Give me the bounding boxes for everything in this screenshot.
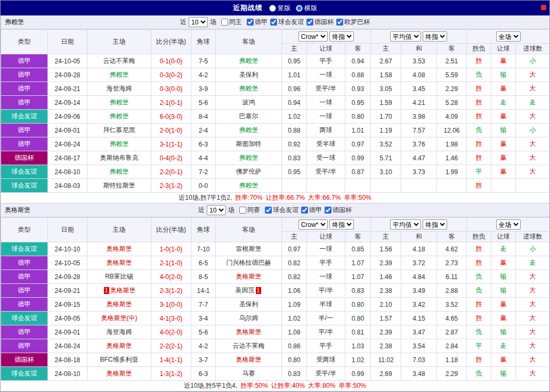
odds-company-select[interactable]: Crow* [298, 219, 328, 230]
away-team-cell[interactable]: 斯图加特 [216, 137, 282, 151]
europe-odds-draw-cell: 3.76 [401, 137, 437, 151]
match-score-cell: 1-0(1-0) [151, 242, 191, 256]
away-team-cell[interactable]: 弗赖堡 [216, 179, 282, 193]
handicap-odds-away-cell: 0.88 [345, 68, 371, 82]
away-team-cell[interactable]: 波鸿 [216, 96, 282, 110]
match-date-cell: 24-08-24 [48, 339, 87, 353]
away-team-cell[interactable]: 奥格斯堡 [216, 270, 282, 284]
away-team-cell[interactable]: 圣保利 [216, 298, 282, 312]
away-team-cell[interactable]: 巴塞尔 [216, 110, 282, 124]
league-filter[interactable]: 德国杯 [325, 206, 352, 215]
match-type-cell: 球会友谊 [1, 110, 48, 124]
home-team-cell[interactable]: 弗赖堡 [87, 68, 151, 82]
same-filter[interactable]: 同主 [221, 18, 242, 27]
result-scope-select[interactable]: 全场 [496, 31, 521, 42]
away-team-cell[interactable]: 雷根斯堡 [216, 242, 282, 256]
match-date-cell: 24-09-15 [48, 298, 87, 312]
league-label: 欧罗巴杯 [344, 18, 370, 27]
layout-radio-input[interactable] [269, 5, 276, 12]
europe-odds-home-cell: 3.05 [371, 82, 401, 96]
result-goals-cell: 大 [516, 284, 550, 298]
away-team-cell[interactable]: 佛罗伦萨 [216, 165, 282, 179]
league-checkbox[interactable] [247, 19, 254, 26]
home-team-cell[interactable]: 弗赖堡 [87, 137, 151, 151]
handicap-odds-away-cell: 0.94 [345, 54, 371, 68]
league-filter[interactable]: 欧罗巴杯 [336, 18, 370, 27]
europe-odds-home-cell: 3.10 [371, 165, 401, 179]
result-goals-cell: 大 [516, 165, 550, 179]
home-team-cell[interactable]: 奥格斯堡(中) [87, 312, 151, 325]
away-team-cell[interactable]: 乌尔姆 [216, 312, 282, 325]
match-row: 德甲24-09-28RB莱比锡4-0(2-0)8-5奥格斯堡0.82一球1.07… [1, 270, 550, 284]
handicap-odds-home-cell: 0.97 [282, 242, 307, 256]
team-name-text: 弗赖堡 [239, 154, 258, 161]
europe-company-select[interactable]: 平均值 [390, 31, 421, 42]
away-team-cell[interactable]: 云达不莱梅 [216, 339, 282, 353]
same-filter[interactable]: 同赛 [239, 206, 260, 215]
away-team-cell[interactable]: 美因茨1 [216, 284, 282, 298]
team-name-text: 弗赖堡 [239, 126, 258, 134]
same-checkbox[interactable] [221, 19, 228, 26]
home-team-cell[interactable]: 拜仁慕尼黑 [87, 124, 151, 137]
home-team-cell[interactable]: BFC维多利亚 [87, 353, 151, 367]
league-checkbox[interactable] [270, 19, 277, 26]
same-checkbox[interactable] [239, 207, 246, 214]
league-label: 德甲 [309, 206, 322, 215]
away-team-cell[interactable]: 马赛 [216, 367, 282, 381]
home-team-cell[interactable]: 1奥格斯堡 [87, 284, 151, 298]
match-corners-cell: 5-6 [191, 96, 216, 110]
league-filter[interactable]: 德甲 [247, 18, 268, 27]
home-team-cell[interactable]: 弗赖堡 [87, 96, 151, 110]
home-team-cell[interactable]: 海登海姆 [87, 82, 151, 96]
layout-radio-horizontal[interactable]: 横版 [296, 4, 317, 13]
odds-time-select[interactable]: 终指 [329, 219, 354, 230]
europe-time-select[interactable]: 终指 [423, 219, 447, 230]
odds-time-select[interactable]: 终指 [329, 31, 354, 42]
league-filter[interactable]: 德甲 [301, 206, 322, 215]
away-team-cell[interactable]: 弗赖堡 [216, 54, 282, 68]
summary-segment: 单率:50% [344, 193, 371, 202]
league-checkbox[interactable] [265, 207, 272, 214]
league-filter[interactable]: 球会友谊 [265, 206, 298, 215]
handicap-odds-home-cell: 0.96 [282, 82, 307, 96]
match-date-cell: 24-08-18 [48, 353, 87, 367]
away-team-cell[interactable]: 奥格斯堡 [216, 353, 282, 367]
away-team-cell[interactable]: 门兴格拉德巴赫 [216, 256, 282, 270]
league-filter[interactable]: 球会友谊 [270, 18, 304, 27]
europe-company-select[interactable]: 平均值 [390, 219, 421, 230]
home-team-cell[interactable]: 奥斯纳布鲁克 [87, 151, 151, 165]
league-checkbox[interactable] [301, 207, 308, 214]
league-filter[interactable]: 德国杯 [306, 18, 334, 27]
games-label: 场 [228, 206, 234, 215]
result-outcome-cell: 胜 [467, 179, 491, 193]
layout-radio-vertical[interactable]: 竖版 [269, 4, 290, 13]
home-team-cell[interactable]: 奥格斯堡 [87, 242, 151, 256]
home-team-cell[interactable]: 奥格斯堡 [87, 256, 151, 270]
odds-company-select[interactable]: Crow* [298, 31, 328, 42]
away-team-cell[interactable]: 圣保利 [216, 68, 282, 82]
topbar-corner-icon[interactable] [541, 5, 546, 10]
home-team-cell[interactable]: 云达不莱梅 [87, 54, 151, 68]
away-team-cell[interactable]: 弗赖堡 [216, 124, 282, 137]
home-team-cell[interactable]: 奥格斯堡 [87, 367, 151, 381]
home-team-cell[interactable]: 斯特拉斯堡 [87, 179, 151, 193]
home-team-cell[interactable]: 海登海姆 [87, 325, 151, 339]
away-team-cell[interactable]: 奥格斯堡 [216, 325, 282, 339]
result-outcome-cell: 胜 [467, 54, 491, 68]
away-team-cell[interactable]: 弗赖堡 [216, 151, 282, 165]
home-team-cell[interactable]: 弗赖堡 [87, 165, 151, 179]
home-team-cell[interactable]: 奥格斯堡 [87, 339, 151, 353]
league-checkbox[interactable] [306, 19, 313, 26]
league-checkbox[interactable] [336, 19, 343, 26]
match-count-select[interactable]: 10 [207, 205, 226, 215]
league-checkbox[interactable] [325, 207, 331, 214]
layout-radio-input[interactable] [296, 5, 303, 12]
home-team-cell[interactable]: 弗赖堡 [87, 110, 151, 124]
home-team-cell[interactable]: RB莱比锡 [87, 270, 151, 284]
home-team-cell[interactable]: 奥格斯堡 [87, 298, 151, 312]
result-scope-select[interactable]: 全场 [496, 219, 521, 230]
match-count-select[interactable]: 10 [189, 17, 208, 27]
europe-time-select[interactable]: 终指 [423, 31, 447, 42]
away-team-cell[interactable]: 弗赖堡 [216, 82, 282, 96]
match-corners-cell: 4-2 [191, 339, 216, 353]
